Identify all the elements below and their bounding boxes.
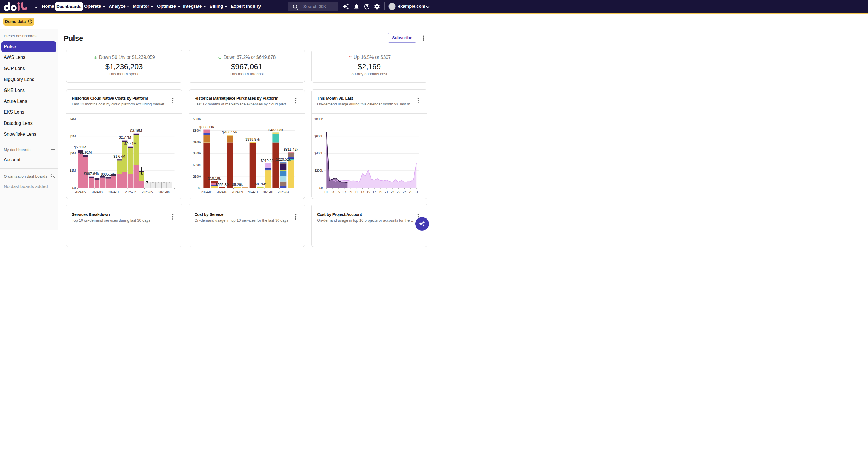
svg-text:$212.88k: $212.88k <box>260 158 276 162</box>
svg-text:$667.64k: $667.64k <box>84 172 99 176</box>
svg-text:$3.16M: $3.16M <box>130 129 142 133</box>
svg-text:31: 31 <box>415 190 418 194</box>
svg-text:15: 15 <box>367 190 370 194</box>
svg-text:2025-01: 2025-01 <box>262 190 274 194</box>
svg-text:$800k: $800k <box>314 117 323 121</box>
svg-text:09: 09 <box>349 190 352 194</box>
svg-text:2025-08: 2025-08 <box>158 190 170 194</box>
svg-text:$200k: $200k <box>314 168 323 172</box>
svg-text:03: 03 <box>331 190 334 194</box>
svg-text:$8.76k: $8.76k <box>255 182 266 186</box>
svg-text:$1M: $1M <box>70 168 75 172</box>
svg-text:$100k: $100k <box>193 174 201 178</box>
svg-text:2025-02: 2025-02 <box>125 190 136 194</box>
svg-text:2024-11: 2024-11 <box>247 190 258 194</box>
svg-text:$0: $0 <box>72 186 76 189</box>
svg-text:$2.21M: $2.21M <box>74 145 86 149</box>
svg-text:$398.97k: $398.97k <box>245 137 260 141</box>
svg-text:27: 27 <box>403 190 406 194</box>
svg-text:$2.77M: $2.77M <box>119 135 131 140</box>
svg-text:$1.67M: $1.67M <box>113 154 125 158</box>
svg-text:$483.08k: $483.08k <box>268 128 283 132</box>
svg-text:$400k: $400k <box>193 140 201 144</box>
svg-text:$311.42k: $311.42k <box>284 147 298 151</box>
svg-text:$500k: $500k <box>193 128 201 132</box>
svg-text:$400k: $400k <box>314 152 323 155</box>
svg-text:05: 05 <box>337 190 340 194</box>
svg-text:2024-05: 2024-05 <box>201 190 212 194</box>
svg-text:$1.91M: $1.91M <box>80 150 92 154</box>
svg-text:2024-08: 2024-08 <box>91 190 102 194</box>
svg-text:$200k: $200k <box>193 163 201 166</box>
svg-text:$5.26k: $5.26k <box>232 182 243 186</box>
svg-text:2024-09: 2024-09 <box>232 190 243 194</box>
svg-text:13: 13 <box>361 190 364 194</box>
svg-text:25: 25 <box>397 190 400 194</box>
svg-text:$2.41M: $2.41M <box>124 142 136 146</box>
svg-text:2025-03: 2025-03 <box>278 190 289 194</box>
svg-text:17: 17 <box>373 190 376 194</box>
svg-text:$0: $0 <box>319 186 323 189</box>
svg-text:21: 21 <box>385 190 388 194</box>
svg-text:11: 11 <box>355 190 358 194</box>
svg-text:$2M: $2M <box>70 152 75 155</box>
svg-text:$59.18k: $59.18k <box>208 176 221 180</box>
svg-text:$226.52k: $226.52k <box>276 157 291 161</box>
svg-text:29: 29 <box>409 190 412 194</box>
svg-text:23: 23 <box>391 190 394 194</box>
svg-text:$600k: $600k <box>193 117 201 121</box>
svg-text:2025-05: 2025-05 <box>142 190 153 194</box>
svg-text:07: 07 <box>343 190 346 194</box>
svg-text:$300k: $300k <box>193 152 201 155</box>
svg-text:$635.53k: $635.53k <box>101 172 116 176</box>
svg-text:2024-11: 2024-11 <box>108 190 119 194</box>
svg-text:01: 01 <box>325 190 328 194</box>
svg-text:$508.11k: $508.11k <box>199 125 214 129</box>
svg-text:$552.39: $552.39 <box>216 182 228 186</box>
svg-text:19: 19 <box>379 190 382 194</box>
svg-text:$4M: $4M <box>70 117 75 121</box>
svg-text:2024-05: 2024-05 <box>75 190 86 194</box>
svg-text:$0: $0 <box>198 186 201 189</box>
svg-text:$3M: $3M <box>70 134 75 138</box>
svg-text:$460.59k: $460.59k <box>222 130 237 134</box>
svg-text:2024-07: 2024-07 <box>216 190 228 194</box>
svg-text:$600k: $600k <box>314 134 323 138</box>
